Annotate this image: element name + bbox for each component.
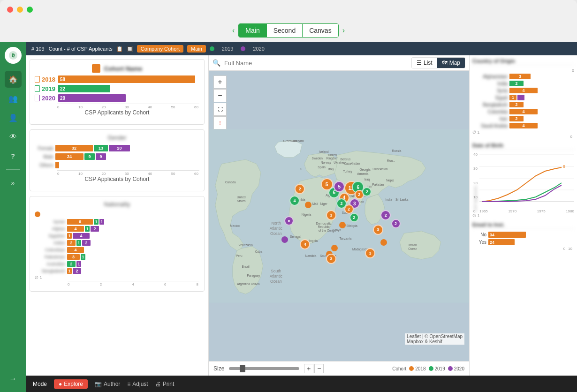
filter-2020[interactable]: 2020 xyxy=(249,45,268,53)
bar-year-label-2019: 2019 xyxy=(42,85,55,92)
cohort-chart-card: Cohort Name 2018 58 xyxy=(30,59,205,125)
cluster-dot-small3[interactable] xyxy=(305,202,311,208)
zoom-out-btn[interactable]: − xyxy=(213,89,227,102)
n-ax-6: 6 xyxy=(164,282,166,286)
full-name-search[interactable] xyxy=(224,60,408,67)
sidebar-eye[interactable]: 👁 xyxy=(5,128,22,145)
cluster-dot-2e[interactable]: 2 xyxy=(362,187,372,196)
cluster-dot-2d[interactable]: 2 xyxy=(349,213,359,222)
cluster-dot-3e[interactable]: 3 xyxy=(365,248,375,258)
country-saudi-bar: 4 xyxy=(509,123,538,128)
nat-egyptian: Egyptian 1 4 xyxy=(35,233,199,239)
map-legend: Cohort 2018 2019 2020 xyxy=(392,366,464,371)
nat-indian-p: 2 xyxy=(82,240,91,246)
author-item[interactable]: 📷 Author xyxy=(95,381,120,387)
maximize-dot[interactable] xyxy=(27,7,33,13)
bar-year-group-2020: 2020 xyxy=(35,95,55,102)
size-increase-btn[interactable]: + xyxy=(304,364,313,373)
explore-button[interactable]: ● Explore xyxy=(54,379,88,389)
date-section: Date of Birth 40 30 20 10 0 CSP Applican… xyxy=(472,143,574,218)
spacer-2 xyxy=(472,218,574,222)
nat-indian: Indian 2 1 2 xyxy=(35,240,199,246)
nat-afghan-g: 1 xyxy=(85,226,90,232)
g-ax-40: 40 xyxy=(148,172,152,176)
sidebar-person[interactable]: 👤 xyxy=(5,109,22,126)
app-logo[interactable] xyxy=(5,47,22,64)
map-label: Map xyxy=(449,60,460,66)
country-egypt-label: Egypt xyxy=(472,95,508,100)
cluster-dot-small5[interactable] xyxy=(339,222,346,228)
size-slider[interactable] xyxy=(229,367,299,370)
size-slider-handle[interactable] xyxy=(240,365,245,372)
minimize-dot[interactable] xyxy=(17,7,23,13)
tab-main[interactable]: Main xyxy=(239,24,266,37)
cluster-dot-2i[interactable]: 2 xyxy=(391,219,401,228)
adjust-item[interactable]: ≡ Adjust xyxy=(127,381,148,387)
legend-label-2020: 2020 xyxy=(454,366,464,371)
svg-text:Brazil: Brazil xyxy=(242,265,250,269)
tab-second[interactable]: Second xyxy=(267,24,303,37)
sidebar-export[interactable]: → xyxy=(5,370,22,387)
nat-afghan-o: 4 xyxy=(67,226,84,232)
mode-button[interactable]: Mode xyxy=(33,381,47,387)
filter-2018[interactable]: Main xyxy=(187,45,206,53)
svg-text:K...: K... xyxy=(300,167,304,171)
size-decrease-btn[interactable]: − xyxy=(314,364,324,373)
left-panel: Cohort Name 2018 58 xyxy=(26,55,209,376)
sidebar-help[interactable]: ? xyxy=(5,148,22,165)
country-syria-label: Syria xyxy=(472,88,508,93)
sidebar-users[interactable]: 👥 xyxy=(5,90,22,107)
svg-text:Namibia: Namibia xyxy=(305,254,317,257)
cluster-dot-small1[interactable]: ● xyxy=(284,216,294,226)
filter-2019[interactable]: 2019 xyxy=(218,45,237,53)
sidebar-expand[interactable]: » xyxy=(5,174,22,191)
timeline-x-labels: 1965 1970 1975 1980 xyxy=(479,209,574,213)
cluster-dot-3f[interactable]: 3 xyxy=(326,254,336,264)
map-container[interactable]: Canada United States Brazil Greenland Ma… xyxy=(209,71,469,361)
svg-text:Iceland: Iceland xyxy=(319,150,329,153)
metric-label: # 109 Count - # of CSP Applicants xyxy=(31,46,113,52)
nat-bangladeshi-p: 2 xyxy=(73,268,81,274)
svg-text:Ethiopia: Ethiopia xyxy=(347,224,358,228)
cluster-dot-3d[interactable]: 3 xyxy=(326,210,336,220)
filter-cohort[interactable]: Company Cohort xyxy=(137,45,183,53)
country-bangladesh-label: Bangladesh xyxy=(472,102,508,107)
tab-prev-arrow[interactable]: ‹ xyxy=(228,26,238,35)
app-container: 🏠 👥 👤 👁 ? » → # 109 Count - # of CSP App… xyxy=(0,42,577,392)
zoom-fit-btn[interactable]: ⛶ xyxy=(213,103,227,116)
svg-text:Canada: Canada xyxy=(225,181,236,184)
email-no-row: No 34 xyxy=(472,232,574,238)
legend-2019-dot xyxy=(210,46,214,51)
svg-text:Nigeria: Nigeria xyxy=(302,213,311,217)
cohort-axis-labels: 0 10 20 30 40 50 60 xyxy=(35,105,199,109)
status-bar: Mode ● Explore 📷 Author ≡ Adjust 🖨 Print xyxy=(26,376,577,392)
legend-dot-2019 xyxy=(429,366,433,371)
zoom-warning-btn[interactable]: ! xyxy=(213,116,227,129)
nat-palestinian-bars: 3 1 xyxy=(67,254,85,260)
tab-next-arrow[interactable]: › xyxy=(339,26,349,35)
country-saudi-bars: 4 xyxy=(509,123,574,128)
sidebar-home[interactable]: 🏠 xyxy=(5,71,22,88)
bar-2020: 29 xyxy=(58,94,126,102)
tab-canvas[interactable]: Canvas xyxy=(303,24,338,37)
svg-text:States: States xyxy=(237,199,245,203)
close-dot[interactable] xyxy=(7,7,13,13)
map-view-btn[interactable]: 🗺 Map xyxy=(437,58,465,68)
print-item[interactable]: 🖨 Print xyxy=(155,381,175,387)
nat-bangladeshi-bars: 1 2 xyxy=(67,268,81,274)
tab-bar: ‹ Main Second Canvas › xyxy=(0,19,577,42)
legend-item-2019: 2019 xyxy=(429,366,445,371)
svg-text:Spain: Spain xyxy=(318,166,326,169)
list-view-btn[interactable]: ☰ List xyxy=(412,58,437,68)
svg-text:Ocean: Ocean xyxy=(270,279,282,284)
country-india-label: India xyxy=(472,81,508,86)
zoom-in-btn[interactable]: + xyxy=(213,75,227,89)
svg-text:Pakistan: Pakistan xyxy=(372,183,384,186)
email-scale: 0 10 xyxy=(472,247,574,251)
cluster-dot-3c[interactable]: 3 xyxy=(373,225,383,235)
female-green: 13 xyxy=(94,145,108,151)
country-afghanistan-label: Afghanistan xyxy=(472,74,508,79)
svg-text:Sri Lanka: Sri Lanka xyxy=(395,198,409,201)
svg-text:Iraq: Iraq xyxy=(364,178,370,181)
cohort-filter-icon: 🔲 xyxy=(127,46,133,52)
